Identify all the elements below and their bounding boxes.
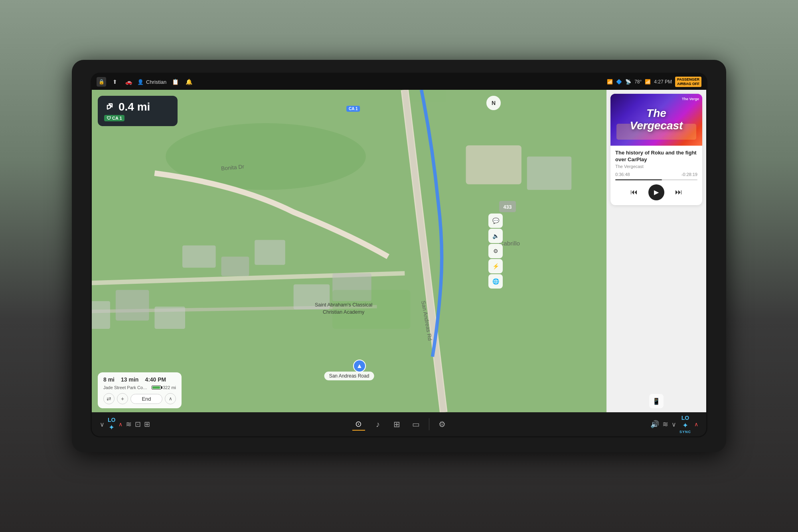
podcast-artwork[interactable]: TheVergecast The Verge	[610, 94, 702, 146]
left-fan-icon: ✦	[109, 423, 115, 432]
share-icon[interactable]: ⬆	[110, 77, 120, 87]
lock-icon[interactable]: 🔒	[97, 77, 106, 87]
svg-rect-6	[182, 245, 216, 268]
notifications-icon[interactable]: 🔔	[184, 77, 194, 87]
map-globe-btn[interactable]: 🌐	[488, 274, 503, 289]
right-fan-down-btn[interactable]: ∨	[672, 421, 676, 428]
trip-distance: 8 mi	[103, 376, 115, 383]
right-heat-btn[interactable]: ≋	[662, 420, 668, 429]
svg-rect-11	[154, 307, 185, 329]
main-screen: 🔒 ⬆ 🚗 👤 Christian 📋 🔔 📶 🔷 📡 78° 📶 4:27 P…	[92, 74, 706, 436]
left-lo-label: LO	[108, 417, 115, 423]
nav-btn[interactable]: ⊙	[352, 418, 365, 431]
svg-text:Saint Abraham's Classical: Saint Abraham's Classical	[315, 302, 372, 308]
podcast-progress-bar[interactable]	[615, 179, 697, 180]
podcast-remaining: -0:28:19	[681, 172, 697, 177]
left-fan-up-btn[interactable]: ∧	[119, 421, 122, 427]
podcast-info: The history of Roku and the fight over C…	[610, 146, 702, 205]
seat-heat1-icon: ≋	[126, 420, 132, 429]
status-bar: 🔒 ⬆ 🚗 👤 Christian 📋 🔔 📶 🔷 📡 78° 📶 4:27 P…	[92, 74, 706, 90]
compass[interactable]: N	[486, 96, 501, 110]
svg-rect-10	[116, 290, 149, 321]
volume-btn[interactable]: 🔊	[650, 420, 659, 429]
svg-rect-7	[221, 257, 249, 276]
car-icon[interactable]: 🚗	[124, 77, 133, 87]
svg-text:433: 433	[504, 204, 512, 210]
left-up-arrow: ∧	[119, 421, 122, 427]
status-bar-left: 🔒 ⬆ 🚗 👤 Christian 📋 🔔	[97, 77, 604, 87]
camera-btn[interactable]: ▭	[410, 418, 423, 431]
trip-eta: 4:40 PM	[145, 376, 166, 383]
distance-value: 0.4 mi	[119, 101, 150, 113]
right-fan-icon: ✦	[682, 421, 688, 430]
taskbar-center-nav: ⊙ ♪ ⊞ ▭ ⚙	[352, 418, 448, 431]
seat-heat1-btn[interactable]: ≋	[126, 420, 132, 429]
music-btn[interactable]: ♪	[371, 418, 384, 431]
trip-info-panel: 8 mi 13 min 4:40 PM Jade Street Park Com…	[98, 372, 182, 408]
battery-indicator	[152, 386, 161, 390]
svg-text:Christian Academy: Christian Academy	[323, 309, 365, 315]
passenger-airbag-badge: PASSENGERAIRBAG OFF	[675, 77, 701, 87]
trip-time: 13 min	[121, 376, 138, 383]
taskbar: ∨ LO ✦ ∧ ≋ ⊡ ⊞ ⊙	[92, 412, 706, 436]
podcast-bar-fill	[615, 179, 662, 180]
svg-rect-9	[92, 301, 110, 329]
end-navigation-btn[interactable]: End	[130, 394, 162, 404]
map-area[interactable]: Cabrillo Bonita Dr San Andreas Rd Saint …	[92, 90, 606, 412]
bluetooth-icon: 🔷	[616, 79, 622, 85]
clock-display: 4:27 PM	[654, 79, 672, 85]
right-down-arrow: ∨	[672, 421, 676, 428]
seat-heat2-btn[interactable]: ⊞	[144, 420, 150, 429]
map-speech-btn[interactable]: 💬	[488, 214, 503, 228]
defrost-btn[interactable]: ⊡	[135, 420, 141, 429]
map-side-controls: 💬 🔈 ⚙ ⚡ 🌐	[488, 214, 503, 289]
left-fan-down-btn[interactable]: ∨	[100, 421, 105, 428]
navigation-icon: ⊙	[352, 418, 365, 431]
road-badge-ca1: 🛡 CA 1	[104, 115, 124, 121]
svg-rect-15	[527, 156, 571, 190]
volume-icon: 🔊	[650, 420, 659, 429]
map-settings-btn[interactable]: ⚙	[488, 244, 503, 258]
camera-icon: ▭	[410, 418, 423, 431]
panel-phone-icon[interactable]: 📱	[649, 394, 664, 408]
podcast-show-name: The Vergecast	[615, 164, 697, 169]
route-options-btn[interactable]: ⇄	[103, 393, 115, 404]
podcast-art-title: TheVergecast	[630, 107, 683, 132]
podcast-next-btn[interactable]: ⏭	[672, 186, 685, 199]
trip-action-buttons: ⇄ + End ∧	[103, 393, 176, 404]
nav-distance-display: 0.4 mi	[104, 101, 171, 113]
settings-btn[interactable]: ⚙	[436, 418, 448, 431]
apps-icon: ⊞	[391, 418, 403, 431]
temperature-display: 78°	[634, 79, 642, 85]
expand-trip-btn[interactable]: ∧	[165, 393, 176, 404]
battery-range: 322 mi	[163, 385, 176, 390]
navigation-overlay: 0.4 mi 🛡 CA 1	[98, 96, 178, 126]
map-lightning-btn[interactable]: ⚡	[488, 259, 503, 273]
trip-battery: 322 mi	[152, 385, 176, 390]
trip-destination-row: Jade Street Park CommunityC... 322 mi	[103, 385, 176, 390]
svg-rect-8	[255, 240, 285, 265]
road-name-label: San Andreas Road	[324, 372, 374, 380]
add-stop-btn[interactable]: +	[117, 393, 128, 404]
map-volume-btn[interactable]: 🔈	[488, 229, 503, 243]
right-panel-icons: 📱	[606, 209, 706, 412]
defrost-icon: ⊡	[135, 420, 141, 429]
profile-settings-icon[interactable]: 📋	[170, 77, 180, 87]
music-icon: ♪	[371, 418, 384, 431]
podcast-card: TheVergecast The Verge The history of Ro…	[610, 94, 702, 205]
right-fan-up-btn[interactable]: ∧	[694, 421, 698, 427]
svg-rect-14	[466, 145, 521, 184]
right-climate-display: LO ✦ SYNC	[679, 415, 691, 434]
apps-btn[interactable]: ⊞	[391, 418, 403, 431]
user-profile[interactable]: 👤 Christian	[137, 79, 166, 85]
battery-fill	[152, 386, 160, 389]
current-location-indicator: ▲	[353, 360, 366, 372]
climate-control-left: ∨ LO ✦ ∧ ≋ ⊡ ⊞	[100, 417, 150, 432]
taskbar-divider	[429, 418, 429, 430]
podcast-play-btn[interactable]: ▶	[648, 184, 664, 200]
user-icon: 👤	[137, 79, 144, 85]
trip-destination-text: Jade Street Park CommunityC...	[103, 385, 148, 390]
trip-stats-row: 8 mi 13 min 4:40 PM	[103, 376, 176, 383]
podcast-prev-btn[interactable]: ⏮	[628, 186, 640, 199]
climate-control-right: 🔊 ≋ ∨ LO ✦ SYNC ∧	[650, 415, 698, 434]
